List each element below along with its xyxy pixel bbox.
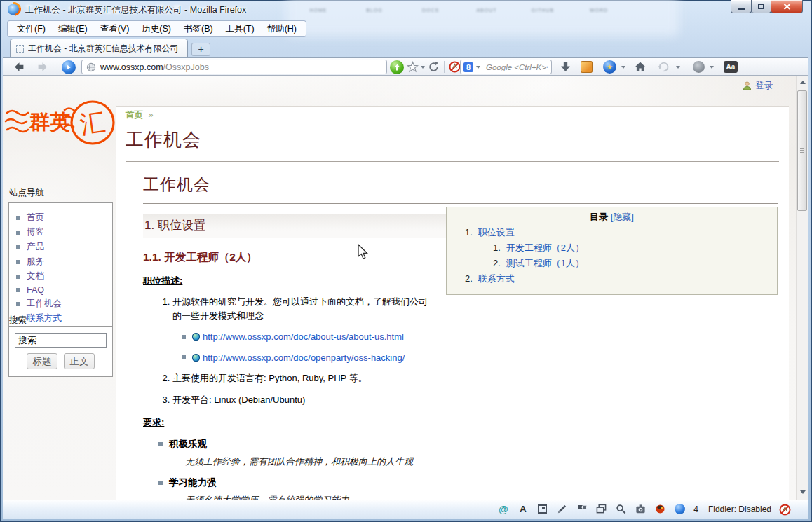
extension-button-fiddler[interactable] [693, 61, 705, 73]
background-blurred-icon: HOME [290, 2, 346, 13]
downloads-button[interactable] [560, 61, 571, 73]
sidebar-nav-item[interactable]: FAQ [16, 285, 109, 295]
go-button[interactable] [390, 60, 404, 74]
sidebar-nav-item[interactable]: 首页 [16, 212, 109, 224]
bookmark-star-button[interactable] [407, 61, 419, 73]
toc-item-link[interactable]: 联系方式 [478, 273, 515, 284]
sidebar-nav-link[interactable]: FAQ [27, 285, 44, 295]
sidebar-nav-item[interactable]: 服务 [16, 256, 109, 268]
minimize-button[interactable] [731, 0, 752, 13]
login-link[interactable]: 登录 [755, 80, 773, 92]
toc-item[interactable]: 1.职位设置 [465, 226, 771, 239]
scrollbar-thumb[interactable] [797, 90, 807, 211]
extension-button-badge[interactable]: ★ [603, 60, 616, 74]
restore-icon [758, 4, 764, 9]
adblock-status-icon[interactable] [779, 504, 791, 516]
sidebar-nav-link[interactable]: 博客 [27, 226, 44, 238]
sidebar-nav-link[interactable]: 联系方式 [27, 312, 62, 324]
external-link[interactable]: http://www.ossxp.com/doc/openparty/oss-h… [203, 351, 405, 365]
menu-item[interactable]: 文件(F) [11, 22, 52, 36]
site-logo[interactable]: 群英 汇 [4, 89, 115, 161]
forward-button[interactable] [36, 61, 49, 73]
back-button[interactable] [13, 61, 25, 73]
menu-item[interactable]: 历史(S) [135, 22, 177, 36]
extension-button-fastdial[interactable] [62, 60, 76, 74]
sidebar-search-button[interactable]: 正文 [64, 353, 95, 369]
undo-closed-tab-button[interactable] [658, 61, 670, 73]
menu-item[interactable]: 编辑(E) [52, 22, 94, 36]
down-arrow-icon [800, 490, 806, 494]
toc-hide-link[interactable]: [隐藏] [611, 212, 634, 222]
extension-button-screenshot[interactable] [581, 61, 593, 73]
search-engine-caret[interactable] [476, 66, 480, 69]
close-button[interactable] [771, 0, 803, 13]
toc-item-link[interactable]: 测试工程师（1人） [506, 258, 584, 268]
extension-dropdown-caret[interactable] [621, 66, 625, 69]
font-size-button[interactable]: Aa [724, 61, 738, 73]
flags-button[interactable] [576, 503, 588, 515]
sidebar-search-button[interactable]: 标题 [27, 353, 57, 369]
brush-button[interactable] [556, 503, 568, 515]
menu-item[interactable]: 工具(T) [219, 22, 261, 36]
sidebar-nav-link[interactable]: 首页 [27, 212, 44, 224]
external-globe-icon [192, 333, 200, 341]
window-icon [538, 504, 547, 514]
navigation-toolbar: www.ossxp.com/OssxpJobs 8 Google <Ctrl+K… [3, 57, 808, 76]
restore-button[interactable] [751, 0, 771, 13]
toc-item-link[interactable]: 开发工程师（2人） [506, 242, 584, 253]
breadcrumb-home-link[interactable]: 首页 [126, 110, 143, 120]
home-button[interactable] [634, 61, 647, 73]
search-magnifier-icon[interactable] [546, 62, 548, 72]
page-search-button[interactable] [615, 503, 627, 515]
toc-item-link[interactable]: 职位设置 [478, 227, 515, 238]
flag-icon [576, 504, 588, 514]
document-title: 工作机会 [143, 174, 778, 204]
active-tab[interactable]: 工作机会 - 北京群英汇信息技术有限公司 [10, 39, 188, 57]
capture-button[interactable] [635, 503, 647, 515]
toc-item[interactable]: 2.测试工程师（1人） [493, 257, 771, 270]
google-engine-icon[interactable]: 8 [463, 62, 473, 72]
background-blurred-icon: DOCS [402, 2, 459, 13]
menu-item[interactable]: 查看(V) [94, 22, 136, 36]
scroll-up-button[interactable] [797, 76, 808, 88]
fiddler-dropdown-caret[interactable] [710, 66, 714, 69]
sidebar-nav-link[interactable]: 文档 [27, 270, 44, 282]
scroll-down-button[interactable] [797, 486, 808, 498]
sidebar-search-title: 搜索 [9, 315, 27, 327]
toc-item[interactable]: 1.开发工程师（2人） [493, 242, 771, 254]
sidebar-nav-item[interactable]: 博客 [16, 226, 109, 238]
reload-button[interactable] [428, 61, 440, 73]
firebug-button[interactable] [654, 503, 666, 515]
menu-item[interactable]: 书签(B) [177, 22, 219, 36]
window-mode-button[interactable] [536, 503, 548, 515]
toc-item[interactable]: 2.联系方式 [465, 273, 771, 285]
sidebar-search-input[interactable] [15, 333, 107, 348]
email-at-button[interactable]: @ [497, 503, 509, 515]
description-item: 主要使用的开发语言有: Python, Ruby, PHP 等。 [172, 371, 476, 385]
sidebar-nav-item[interactable]: 联系方式 [16, 312, 109, 324]
sidebar-nav-link[interactable]: 产品 [27, 241, 44, 253]
bookmark-dropdown-caret[interactable] [421, 66, 425, 69]
menu-item[interactable]: 帮助(H) [261, 22, 303, 36]
site-identity-globe-icon[interactable] [86, 62, 96, 72]
description-text: 开发平台: Linux (Debian/Ubuntu) [172, 394, 305, 405]
sidebar-nav-link[interactable]: 工作机会 [27, 298, 62, 310]
external-link[interactable]: http://www.ossxp.com/doc/about-us/about-… [203, 330, 404, 344]
requirement-title: 学习能力强 [169, 476, 217, 490]
sidebar-nav-item[interactable]: 产品 [16, 241, 109, 253]
new-tab-button[interactable]: + [191, 43, 210, 56]
sidebar-nav-link[interactable]: 服务 [27, 256, 44, 268]
sidebar-nav-item[interactable]: 工作机会 [16, 298, 109, 310]
adblock-disabled-button[interactable] [449, 61, 461, 73]
media-ball-button[interactable] [674, 503, 686, 515]
url-bar[interactable]: www.ossxp.com/OssxpJobs [81, 60, 387, 74]
fiddler-status[interactable]: Fiddler: Disabled [708, 504, 771, 514]
font-toggle-button[interactable]: A [517, 503, 529, 515]
tabs-copy-button[interactable] [595, 503, 607, 515]
undo-dropdown-caret[interactable] [676, 66, 680, 69]
sidebar-nav-item[interactable]: 文档 [16, 270, 109, 282]
browser-viewport: 登录 群英 汇 站点导航 首页 [3, 76, 808, 500]
vertical-scrollbar[interactable] [796, 76, 808, 500]
search-bar[interactable]: 8 Google <Ctrl+K> [460, 60, 552, 74]
bullet-square-icon [182, 335, 186, 339]
